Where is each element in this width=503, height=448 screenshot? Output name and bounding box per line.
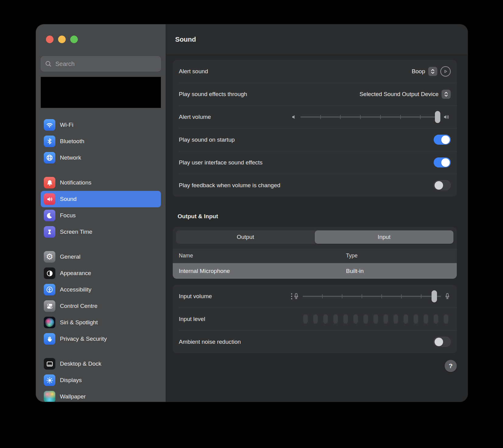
- alert-sound-value: Boop: [412, 68, 425, 75]
- sidebar-item-bluetooth[interactable]: Bluetooth: [41, 133, 161, 150]
- page-title: Sound: [175, 36, 196, 43]
- search-placeholder: Search: [55, 60, 75, 67]
- play-effects-through-value: Selected Sound Output Device: [359, 91, 439, 98]
- accessibility-icon: [44, 284, 55, 295]
- profile-redacted-block[interactable]: [41, 77, 161, 108]
- sidebar: Search Wi-Fi Bluetooth: [36, 24, 166, 402]
- play-effects-through-dropdown[interactable]: [442, 90, 451, 99]
- mic-high-icon: [444, 293, 451, 300]
- speaker-low-icon: [291, 114, 297, 120]
- search-input[interactable]: Search: [41, 56, 161, 71]
- alert-volume-slider[interactable]: [300, 111, 440, 123]
- input-volume-slider[interactable]: [303, 290, 441, 302]
- siri-icon: [44, 317, 55, 328]
- sidebar-item-sound[interactable]: Sound: [41, 191, 161, 207]
- sidebar-item-accessibility[interactable]: Accessibility: [41, 281, 161, 298]
- table-row-internal-microphone[interactable]: Internal Microphone Built-in: [173, 263, 457, 279]
- output-input-card: Output Input Name Type Internal Micropho…: [173, 227, 457, 279]
- play-effects-through-row: Play sound effects through Selected Soun…: [173, 83, 457, 105]
- close-button[interactable]: [46, 36, 54, 43]
- sidebar-item-focus[interactable]: Focus: [41, 207, 161, 224]
- alert-sound-row: Alert sound Boop: [173, 60, 457, 83]
- sidebar-item-displays[interactable]: Displays: [41, 372, 161, 388]
- play-sound-on-startup-row: Play sound on startup: [173, 128, 457, 151]
- play-sound-on-startup-toggle[interactable]: [434, 135, 451, 145]
- ambient-noise-reduction-row: Ambient noise reduction: [173, 330, 457, 353]
- hourglass-icon: [44, 226, 55, 238]
- sidebar-item-general[interactable]: ⚙ General: [41, 249, 161, 265]
- sidebar-item-screen-time[interactable]: Screen Time: [41, 224, 161, 240]
- sidebar-item-privacy-security[interactable]: Privacy & Security: [41, 331, 161, 347]
- alert-volume-knob[interactable]: [435, 111, 440, 123]
- zoom-button[interactable]: [70, 36, 78, 43]
- gear-icon: ⚙: [44, 251, 55, 263]
- desktop-window-icon: [44, 358, 55, 370]
- output-input-heading: Output & Input: [178, 213, 457, 220]
- sidebar-group-desktop: Desktop & Dock Displays Wallpaper: [41, 356, 161, 402]
- sidebar-group-network: Wi-Fi Bluetooth Network: [41, 117, 161, 166]
- sidebar-item-wifi[interactable]: Wi-Fi: [41, 117, 161, 133]
- main-content: Alert sound Boop Play sound effects thro…: [166, 55, 468, 402]
- input-settings-card: Input volume: [173, 285, 457, 353]
- input-volume-row: Input volume: [173, 285, 457, 308]
- sidebar-item-wallpaper[interactable]: Wallpaper: [41, 388, 161, 402]
- tab-input[interactable]: Input: [315, 230, 453, 244]
- hand-icon: [44, 333, 55, 345]
- minimize-button[interactable]: [58, 36, 66, 43]
- sidebar-group-alerts: Notifications Sound Focus: [41, 174, 161, 240]
- sidebar-item-control-centre[interactable]: Control Centre: [41, 298, 161, 314]
- sidebar-item-siri-spotlight[interactable]: Siri & Spotlight: [41, 314, 161, 331]
- output-input-segmented-control: Output Input: [176, 230, 453, 244]
- help-button[interactable]: ?: [445, 360, 457, 372]
- brightness-icon: [44, 374, 55, 386]
- play-ui-sound-effects-row: Play user interface sound effects: [173, 151, 457, 174]
- sidebar-group-general: ⚙ General Appearance Accessibility: [41, 249, 161, 347]
- wallpaper-icon: [44, 391, 55, 402]
- play-alert-sound-button[interactable]: [440, 66, 451, 77]
- search-icon: [45, 60, 52, 67]
- sidebar-item-notifications[interactable]: Notifications: [41, 174, 161, 191]
- alert-sound-dropdown[interactable]: [428, 67, 437, 76]
- main-header: Sound: [166, 24, 468, 55]
- wifi-icon: [44, 119, 55, 131]
- devices-table: Name Type Internal Microphone Built-in: [173, 249, 457, 279]
- mic-low-icon: [291, 293, 300, 300]
- speaker-icon: [44, 193, 55, 205]
- system-settings-window: Search Wi-Fi Bluetooth: [36, 24, 468, 402]
- window-controls: [36, 24, 166, 43]
- ambient-noise-reduction-toggle[interactable]: [434, 337, 451, 347]
- sidebar-item-desktop-dock[interactable]: Desktop & Dock: [41, 356, 161, 372]
- bluetooth-icon: [44, 136, 55, 147]
- input-level-row: Input level: [173, 308, 457, 330]
- speaker-high-icon: [443, 114, 451, 120]
- alert-volume-row: Alert volume: [173, 105, 457, 128]
- tab-output[interactable]: Output: [176, 230, 315, 244]
- devices-table-header: Name Type: [173, 249, 457, 263]
- moon-icon: [44, 210, 55, 221]
- appearance-icon: [44, 267, 55, 279]
- sidebar-item-appearance[interactable]: Appearance: [41, 265, 161, 281]
- bell-icon: [44, 177, 55, 188]
- main-panel: Sound Alert sound Boop: [166, 24, 468, 402]
- globe-icon: [44, 152, 55, 164]
- play-feedback-volume-toggle[interactable]: [434, 180, 451, 190]
- play-ui-sound-effects-toggle[interactable]: [434, 157, 451, 167]
- sound-effects-card: Alert sound Boop Play sound effects thro…: [173, 60, 457, 197]
- play-feedback-volume-row: Play feedback when volume is changed: [173, 174, 457, 197]
- input-level-meter: [303, 314, 451, 324]
- input-volume-knob[interactable]: [432, 290, 437, 302]
- toggles-icon: [44, 300, 55, 312]
- sidebar-item-network[interactable]: Network: [41, 150, 161, 166]
